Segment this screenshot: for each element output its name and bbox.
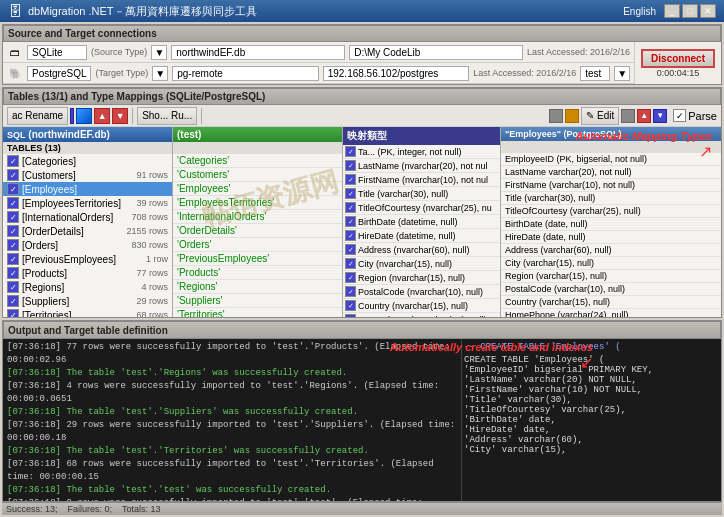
up-arrow-icon[interactable]: ▲: [94, 108, 110, 124]
close-button[interactable]: ✕: [700, 4, 716, 18]
rename-button[interactable]: ac Rename: [7, 107, 68, 125]
table-checkbox[interactable]: ✓: [7, 281, 19, 293]
mapping-item[interactable]: ✓ FirstName (nvarchar(10), not nul: [343, 173, 500, 187]
mapping-checkbox[interactable]: ✓: [345, 272, 356, 283]
mapping-checkbox[interactable]: ✓: [345, 244, 356, 255]
table-checkbox[interactable]: ✓: [7, 183, 19, 195]
table-item[interactable]: ✓ [PreviousEmployees] 1 row: [3, 252, 172, 266]
target-type-select[interactable]: ▼: [152, 66, 168, 81]
table-item[interactable]: ✓ [Employees]: [3, 182, 172, 196]
table-item[interactable]: ✓ [Regions] 4 rows: [3, 280, 172, 294]
target-table-item[interactable]: 'OrderDetails': [173, 224, 342, 238]
target-table-item[interactable]: 'Orders': [173, 238, 342, 252]
mapping-checkbox[interactable]: ✓: [345, 160, 356, 171]
sql-output-panel: -- CREATE TABLE 'Employees' (CREATE TABL…: [461, 339, 721, 501]
tables-toolbar: ac Rename ▲ ▼ Sho... Ru... ✎ Edit ▲ ▼: [3, 105, 721, 127]
mapping-checkbox[interactable]: ✓: [345, 174, 356, 185]
target-table-item[interactable]: 'EmployeesTerritories': [173, 196, 342, 210]
sql-line: 'LastName' varchar(20) NOT NULL,: [464, 375, 719, 385]
table-checkbox[interactable]: ✓: [7, 253, 19, 265]
table-checkbox[interactable]: ✓: [7, 239, 19, 251]
target-table-item[interactable]: 'InternationalOrders': [173, 210, 342, 224]
table-item[interactable]: ✓ [Categories]: [3, 154, 172, 168]
mapping-checkbox[interactable]: ✓: [345, 286, 356, 297]
mapping-item[interactable]: ✓ LastName (nvarchar(20), not nul: [343, 159, 500, 173]
disconnect-button[interactable]: Disconnect: [641, 49, 715, 68]
mapping-item[interactable]: ✓ BirthDate (datetime, null): [343, 215, 500, 229]
log-line: [07:36:18] The table 'test'.'Suppliers' …: [5, 406, 459, 419]
minimize-button[interactable]: _: [664, 4, 680, 18]
table-item[interactable]: ✓ [EmployeesTerritories] 39 rows: [3, 196, 172, 210]
mapping-checkbox[interactable]: ✓: [345, 258, 356, 269]
mapping-item[interactable]: ✓ HireDate (datetime, null): [343, 229, 500, 243]
table-checkbox[interactable]: ✓: [7, 225, 19, 237]
table-checkbox[interactable]: ✓: [7, 309, 19, 317]
target-table-item[interactable]: 'Employees': [173, 182, 342, 196]
mapping-checkbox[interactable]: ✓: [345, 146, 356, 157]
table-checkbox[interactable]: ✓: [7, 267, 19, 279]
target-connection-row: 🐘 PostgreSQL (Target Type) ▼ pg-remote 1…: [3, 63, 634, 84]
tables-section: Tables (13/1) and Type Mappings (SQLite/…: [2, 87, 722, 318]
target-db-field[interactable]: test: [580, 66, 610, 81]
mapping-item[interactable]: ✓ City (nvarchar(15), null): [343, 257, 500, 271]
table-checkbox[interactable]: ✓: [7, 211, 19, 223]
target-table-item[interactable]: 'PreviousEmployees': [173, 252, 342, 266]
table-checkbox[interactable]: ✓: [7, 169, 19, 181]
mapping-item[interactable]: ✓ Country (nvarchar(15), null): [343, 299, 500, 313]
target-table-item[interactable]: 'Customers': [173, 168, 342, 182]
table-item[interactable]: ✓ [InternationalOrders] 708 rows: [3, 210, 172, 224]
mapping-item[interactable]: ✓ Region (nvarchar(15), null): [343, 271, 500, 285]
target-table-item[interactable]: 'Regions': [173, 280, 342, 294]
sql-line: 'Address' varchar(60),: [464, 435, 719, 445]
table-item[interactable]: ✓ [Suppliers] 29 rows: [3, 294, 172, 308]
mapping-text: LastName (nvarchar(20), not nul: [358, 161, 488, 171]
target-table-item[interactable]: 'Products': [173, 266, 342, 280]
target-table-item[interactable]: 'Categories': [173, 154, 342, 168]
toolbar-down2[interactable]: ▼: [653, 109, 667, 123]
edit-button[interactable]: ✎ Edit: [581, 107, 619, 125]
mapping-item[interactable]: ✓ Address (nvarchar(60), null): [343, 243, 500, 257]
down-arrow-icon[interactable]: ▼: [112, 108, 128, 124]
table-item[interactable]: ✓ [Territories] 68 rows: [3, 308, 172, 317]
status-bar: Success: 13; Failures: 0; Totals: 13: [2, 502, 722, 515]
mappings-header: 映射類型: [343, 127, 500, 145]
share-button[interactable]: Sho... Ru...: [137, 107, 197, 125]
table-item[interactable]: ✓ [Customers] 91 rows: [3, 168, 172, 182]
target-address: 192.168.56.102/postgres: [323, 66, 469, 81]
sql-line: CREATE TABLE 'Employees' (: [464, 355, 719, 365]
table-name: [Customers]: [22, 170, 133, 181]
mapping-checkbox[interactable]: ✓: [345, 188, 356, 199]
pg-column-item: FirstName (varchar(10), not null): [501, 179, 721, 192]
sql-line: 'HireDate' date,: [464, 425, 719, 435]
table-item[interactable]: ✓ [OrderDetails] 2155 rows: [3, 224, 172, 238]
toolbar-up2[interactable]: ▲: [637, 109, 651, 123]
table-name: [Categories]: [22, 156, 165, 167]
table-checkbox[interactable]: ✓: [7, 197, 19, 209]
toolbar-icon1: [70, 108, 74, 124]
source-type-select[interactable]: ▼: [151, 45, 167, 60]
mapping-checkbox[interactable]: ✓: [345, 216, 356, 227]
pg-column-item: City (varchar(15), null): [501, 257, 721, 270]
table-checkbox[interactable]: ✓: [7, 155, 19, 167]
target-db-select[interactable]: ▼: [614, 66, 630, 81]
target-table-item[interactable]: 'Territories': [173, 308, 342, 317]
mapping-item[interactable]: ✓ TitleOfCourtesy (nvarchar(25), nu: [343, 201, 500, 215]
mapping-text: Region (nvarchar(15), null): [358, 273, 465, 283]
mapping-item[interactable]: ✓ PostalCode (nvarchar(10), null): [343, 285, 500, 299]
mapping-checkbox[interactable]: ✓: [345, 314, 356, 317]
mapping-checkbox[interactable]: ✓: [345, 202, 356, 213]
table-item[interactable]: ✓ [Orders] 830 rows: [3, 238, 172, 252]
mapping-item[interactable]: ✓ HomePhone (nvarchar(24), null): [343, 313, 500, 317]
maximize-button[interactable]: □: [682, 4, 698, 18]
parse-checkbox[interactable]: ✓: [673, 109, 686, 122]
mapping-text: HireDate (datetime, null): [358, 231, 456, 241]
mapping-item[interactable]: ✓ Ta... (PK, integer, not null): [343, 145, 500, 159]
sql-line: 'TitleOfCourtesy' varchar(25),: [464, 405, 719, 415]
table-item[interactable]: ✓ [Products] 77 rows: [3, 266, 172, 280]
target-table-item[interactable]: 'Suppliers': [173, 294, 342, 308]
table-checkbox[interactable]: ✓: [7, 295, 19, 307]
mapping-item[interactable]: ✓ Title (varchar(30), null): [343, 187, 500, 201]
target-names-panel: (test) 'Categories''Customers''Employees…: [173, 127, 343, 317]
mapping-checkbox[interactable]: ✓: [345, 300, 356, 311]
mapping-checkbox[interactable]: ✓: [345, 230, 356, 241]
